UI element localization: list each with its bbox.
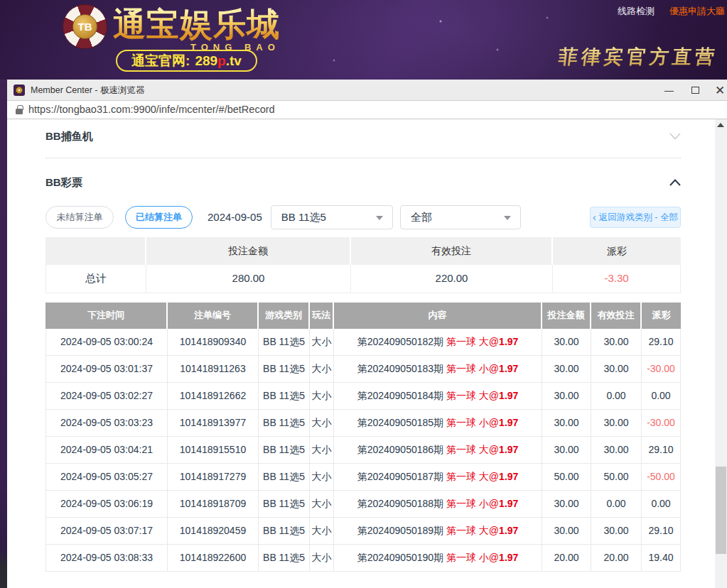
filter-row: 未结算注单 已结算注单 2024-09-05 BB 11选5 全部 ‹ 返回游戏… [45, 205, 681, 229]
scrollbar-thumb[interactable] [716, 467, 726, 554]
summary-valid-bet: 220.00 [351, 265, 553, 293]
vertical-scrollbar[interactable] [715, 119, 727, 588]
brand-chip-logo: TB [63, 4, 107, 49]
cell-bet-no: 101418920459 [168, 518, 259, 545]
cell-play: 大小 [310, 329, 334, 356]
cell-game: BB 11选5 [259, 383, 310, 410]
chevron-up-icon[interactable] [669, 179, 681, 186]
cell-time: 2024-09-05 03:06:19 [45, 491, 168, 518]
cell-bet-no: 101418915510 [168, 437, 259, 464]
chevron-left-icon: ‹ [593, 212, 596, 223]
section-fishing[interactable]: BB捕鱼机 [45, 130, 681, 143]
close-button[interactable]: ✕ [714, 80, 726, 101]
browser-titlebar: Member Center - 极速浏览器 ✕ [7, 80, 727, 101]
cell-content: 第202409050190期 第一球 小@1.97 [334, 545, 542, 572]
cell-content: 第202409050184期 第一球 大@1.97 [334, 383, 542, 410]
cell-play: 大小 [310, 464, 334, 491]
records-header-play: 玩法 [310, 303, 334, 329]
cell-play: 大小 [310, 491, 334, 518]
record-row: 2024-09-05 03:02:27101418912662BB 11选5大小… [45, 383, 681, 410]
cell-game: BB 11选5 [259, 545, 310, 572]
promo-link[interactable]: 優惠申請大廳 [669, 5, 725, 18]
back-to-category-button[interactable]: ‹ 返回游戏类别 - 全部 [590, 207, 681, 228]
url-text[interactable]: https://tongbao31.com:9900/infe/mcenter/… [28, 104, 275, 116]
category-select-value: 全部 [411, 211, 432, 224]
minimize-button[interactable] [664, 80, 674, 101]
cell-time: 2024-09-05 03:00:24 [45, 329, 168, 356]
cell-content: 第202409050185期 第一球 小@1.97 [334, 410, 542, 437]
cell-content: 第202409050188期 第一球 小@1.97 [334, 491, 542, 518]
cell-valid: 20.00 [591, 545, 642, 572]
brand-chip-label: TB [72, 14, 97, 39]
cell-bet: 50.00 [542, 464, 591, 491]
official-domain: 289 [195, 53, 217, 69]
cell-game: BB 11选5 [259, 464, 310, 491]
category-select[interactable]: 全部 [400, 205, 521, 229]
cell-time: 2024-09-05 03:04:21 [45, 437, 168, 464]
summary-header-bet-amount: 投注金额 [146, 237, 351, 265]
cell-bet-no: 101418922600 [168, 545, 259, 572]
official-site-pill: 通宝官网:289p.tv [116, 50, 257, 72]
cell-bet-no: 101418918709 [168, 491, 259, 518]
summary-total-row: 总计 280.00 220.00 -3.30 [45, 265, 681, 293]
chevron-down-icon[interactable] [669, 133, 681, 140]
cell-bet: 30.00 [542, 356, 591, 383]
cell-bet-no: 101418909340 [168, 329, 259, 356]
caret-down-icon [376, 216, 383, 220]
date-value[interactable]: 2024-09-05 [208, 211, 262, 224]
cell-payout: 0.00 [642, 383, 681, 410]
summary-total-label: 总计 [45, 265, 146, 293]
game-select[interactable]: BB 11选5 [271, 205, 393, 229]
summary-table: 投注金额 有效投注 派彩 总计 280.00 220.00 -3.30 [45, 237, 681, 293]
cell-content: 第202409050183期 第一球 小@1.97 [334, 356, 542, 383]
official-domain-suffix: .tv [226, 53, 242, 69]
records-header-game: 游戏类别 [259, 303, 310, 329]
cell-bet-no: 101418911263 [168, 356, 259, 383]
cell-time: 2024-09-05 03:05:27 [45, 464, 168, 491]
official-site-prefix: 通宝官网: [131, 52, 190, 70]
address-bar[interactable]: https://tongbao31.com:9900/infe/mcenter/… [7, 101, 727, 119]
cell-time: 2024-09-05 03:01:37 [45, 356, 168, 383]
cell-valid: 30.00 [591, 518, 642, 545]
summary-bet-amount: 280.00 [146, 265, 351, 293]
browser-window: Member Center - 极速浏览器 ✕ https://tongbao3… [7, 80, 727, 588]
caret-down-icon [504, 216, 511, 220]
records-header-bet-no: 注单编号 [168, 303, 259, 329]
section-lottery[interactable]: BB彩票 [45, 176, 681, 189]
cell-bet: 30.00 [542, 437, 591, 464]
record-row: 2024-09-05 03:08:33101418922600BB 11选5大小… [45, 545, 681, 572]
cell-valid: 0.00 [591, 383, 642, 410]
cell-play: 大小 [310, 437, 334, 464]
settled-tab[interactable]: 已结算注单 [125, 206, 193, 229]
official-slogan: 菲律宾官方直营 [557, 44, 719, 70]
cell-play: 大小 [310, 356, 334, 383]
maximize-button[interactable] [690, 80, 700, 101]
cell-game: BB 11选5 [259, 437, 310, 464]
cell-game: BB 11选5 [259, 329, 310, 356]
site-header: TB 通宝娱乐城 TONG BAO 通宝官网:289p.tv 线路检测 優惠申請… [0, 0, 727, 80]
cell-payout: -30.00 [642, 410, 681, 437]
cell-valid: 0.00 [591, 491, 642, 518]
record-row: 2024-09-05 03:07:17101418920459BB 11选5大小… [45, 518, 681, 545]
cell-game: BB 11选5 [259, 356, 310, 383]
record-row: 2024-09-05 03:06:19101418918709BB 11选5大小… [45, 491, 681, 518]
record-row: 2024-09-05 03:03:23101418913977BB 11选5大小… [45, 410, 681, 437]
scroll-up-arrow-icon[interactable] [717, 123, 724, 127]
lock-icon [16, 109, 23, 114]
cell-content: 第202409050189期 第一球 大@1.97 [334, 518, 542, 545]
records-header-row: 下注时间 注单编号 游戏类别 玩法 内容 投注金额 有效投注 派彩 [45, 303, 681, 329]
records-table: 下注时间 注单编号 游戏类别 玩法 内容 投注金额 有效投注 派彩 2024-0… [45, 303, 681, 572]
cell-play: 大小 [310, 410, 334, 437]
cell-bet: 30.00 [542, 491, 591, 518]
cell-valid: 30.00 [591, 437, 642, 464]
line-check-link[interactable]: 线路检测 [618, 5, 655, 18]
cell-payout: -50.00 [642, 464, 681, 491]
section-fishing-label: BB捕鱼机 [45, 130, 93, 143]
cell-payout: 29.10 [642, 437, 681, 464]
record-row: 2024-09-05 03:01:37101418911263BB 11选5大小… [45, 356, 681, 383]
unsettled-tab[interactable]: 未结算注单 [45, 206, 114, 229]
cell-game: BB 11选5 [259, 491, 310, 518]
cell-content: 第202409050182期 第一球 大@1.97 [334, 329, 542, 356]
records-header-valid: 有效投注 [591, 303, 642, 329]
cell-bet-no: 101418913977 [168, 410, 259, 437]
